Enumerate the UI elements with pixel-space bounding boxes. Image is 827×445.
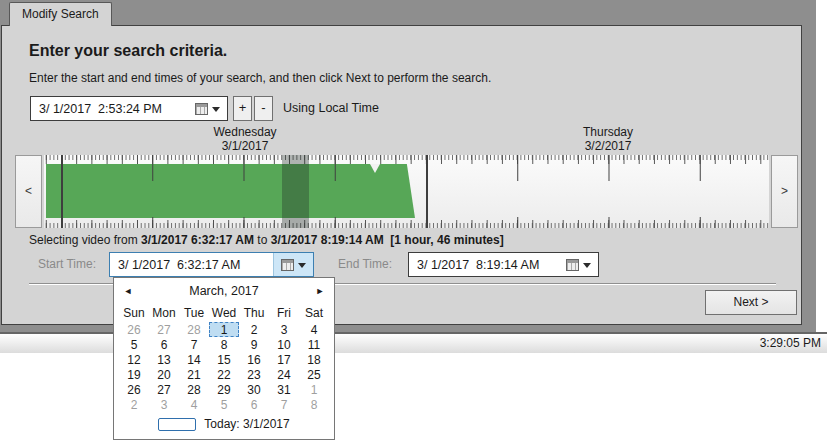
calendar-day-cell[interactable]: 7 [179, 337, 209, 352]
calendar-day-cell[interactable]: 6 [239, 397, 269, 412]
previous-month-icon[interactable]: ◄ [118, 278, 138, 305]
calendar-day-cell[interactable]: 19 [119, 367, 149, 382]
calendar-day-cell[interactable]: 31 [269, 382, 299, 397]
calendar-date-grid: SunMonTueWedThuFriSat2627281234567891011… [114, 305, 334, 412]
start-time-field[interactable]: 3/ 1/2017 6:32:17 AM [109, 252, 314, 277]
plus-icon: + [239, 100, 247, 115]
calendar-weekday-header: Mon [149, 305, 179, 322]
day-name: Thursday [508, 125, 708, 139]
calendar-day-cell[interactable]: 21 [179, 367, 209, 382]
selection-start-datetime: 3/1/2017 6:32:17 AM [141, 233, 254, 247]
calendar-weekday-header: Sun [119, 305, 149, 322]
status-clock: 3:29:05 PM [760, 336, 821, 350]
next-button-label: Next > [733, 295, 768, 309]
day-date: 3/1/2017 [145, 139, 345, 153]
timeline-ruler-bottom [44, 217, 769, 228]
calendar-day-cell[interactable]: 27 [149, 322, 179, 337]
chevron-down-icon [212, 107, 220, 116]
calendar-day-cell[interactable]: 15 [209, 352, 239, 367]
calendar-day-cell[interactable]: 1 [299, 382, 329, 397]
timeline-strip[interactable] [44, 155, 769, 228]
timeline-ruler-top [44, 155, 769, 181]
day-date: 3/2/2017 [508, 139, 708, 153]
calendar-day-cell[interactable]: 12 [119, 352, 149, 367]
end-time-label: End Time: [338, 252, 392, 277]
calendar-day-cell[interactable]: 14 [179, 352, 209, 367]
time-decrement-button[interactable]: - [254, 96, 273, 121]
timeline-day-label-wednesday: Wednesday 3/1/2017 [145, 125, 345, 153]
selection-joiner: to [254, 233, 271, 247]
calendar-day-cell[interactable]: 17 [269, 352, 299, 367]
calendar-day-cell[interactable]: 5 [209, 397, 239, 412]
timeline-selection-band[interactable] [282, 155, 309, 228]
time-increment-button[interactable]: + [233, 96, 252, 121]
chevron-left-icon: < [25, 184, 32, 198]
start-time-value[interactable]: 3/ 1/2017 6:32:17 AM [110, 258, 273, 272]
calendar-day-cell[interactable]: 22 [209, 367, 239, 382]
today-indicator-box [158, 418, 196, 431]
minus-icon: - [261, 100, 265, 115]
calendar-day-cell[interactable]: 28 [179, 382, 209, 397]
current-time-dropdown-button[interactable] [187, 97, 227, 120]
calendar-day-cell[interactable]: 3 [269, 322, 299, 337]
calendar-day-cell[interactable]: 27 [149, 382, 179, 397]
calendar-day-cell[interactable]: 20 [149, 367, 179, 382]
next-month-icon[interactable]: ► [310, 278, 330, 305]
calendar-day-cell[interactable]: 2 [239, 322, 269, 337]
end-time-dropdown-button[interactable] [558, 253, 598, 276]
current-time-field[interactable]: 3/ 1/2017 2:53:24 PM [30, 96, 228, 121]
application-window: Modify Search Enter your search criteria… [0, 0, 827, 445]
calendar-day-cell[interactable]: 16 [239, 352, 269, 367]
calendar-day-cell[interactable]: 24 [269, 367, 299, 382]
calendar-day-cell[interactable]: 10 [269, 337, 299, 352]
calendar-day-cell[interactable]: 7 [269, 397, 299, 412]
calendar-day-cell[interactable]: 26 [119, 382, 149, 397]
calendar-day-cell[interactable]: 18 [299, 352, 329, 367]
selection-prefix: Selecting video from [29, 233, 141, 247]
timeline-midnight-line-wed [61, 155, 63, 228]
calendar-day-cell[interactable]: 4 [299, 322, 329, 337]
calendar-weekday-header: Thu [239, 305, 269, 322]
local-time-note: Using Local Time [283, 96, 379, 121]
calendar-day-cell[interactable]: 4 [179, 397, 209, 412]
calendar-footer[interactable]: Today: 3/1/2017 [114, 415, 334, 433]
day-name: Wednesday [145, 125, 345, 139]
calendar-day-cell[interactable]: 25 [299, 367, 329, 382]
calendar-day-cell[interactable]: 2 [119, 397, 149, 412]
tab-modify-search[interactable]: Modify Search [9, 2, 112, 26]
selection-duration: [1 hour, 46 minutes] [390, 233, 503, 247]
next-button[interactable]: Next > [705, 290, 797, 315]
calendar-day-cell[interactable]: 23 [239, 367, 269, 382]
end-time-value[interactable]: 3/ 1/2017 8:19:14 AM [409, 258, 558, 272]
chevron-down-icon [298, 263, 306, 272]
calendar-day-cell[interactable]: 6 [149, 337, 179, 352]
start-time-dropdown-button[interactable] [273, 253, 313, 276]
end-time-field[interactable]: 3/ 1/2017 8:19:14 AM [408, 252, 599, 277]
calendar-month-label[interactable]: March, 2017 [189, 284, 258, 298]
calendar-day-cell[interactable]: 8 [209, 337, 239, 352]
calendar-header: ◄ March, 2017 ► [114, 278, 334, 305]
calendar-day-cell[interactable]: 5 [119, 337, 149, 352]
page-subtitle: Enter the start and end times of your se… [29, 71, 491, 85]
calendar-day-cell[interactable]: 28 [179, 322, 209, 337]
calendar-day-cell[interactable]: 30 [239, 382, 269, 397]
calendar-day-cell[interactable]: 3 [149, 397, 179, 412]
calendar-day-cell[interactable]: 11 [299, 337, 329, 352]
calendar-day-cell[interactable]: 9 [239, 337, 269, 352]
calendar-icon [281, 259, 294, 271]
current-time-value[interactable]: 3/ 1/2017 2:53:24 PM [31, 102, 187, 116]
calendar-day-cell[interactable]: 29 [209, 382, 239, 397]
calendar-weekday-header: Sat [299, 305, 329, 322]
calendar-day-cell[interactable]: 26 [119, 322, 149, 337]
page-title: Enter your search criteria. [29, 42, 227, 60]
calendar-day-cell[interactable]: 8 [299, 397, 329, 412]
calendar-day-cell[interactable]: 13 [149, 352, 179, 367]
selection-end-datetime: 3/1/2017 8:19:14 AM [271, 233, 384, 247]
timeline-day-label-thursday: Thursday 3/2/2017 [508, 125, 708, 153]
selection-summary: Selecting video from 3/1/2017 6:32:17 AM… [29, 233, 504, 247]
today-label[interactable]: Today: 3/1/2017 [204, 417, 289, 431]
timeline-scroll-right-button[interactable]: > [771, 155, 798, 228]
calendar-weekday-header: Tue [179, 305, 209, 322]
calendar-day-cell[interactable]: 1 [209, 322, 239, 337]
timeline-scroll-left-button[interactable]: < [15, 155, 42, 228]
